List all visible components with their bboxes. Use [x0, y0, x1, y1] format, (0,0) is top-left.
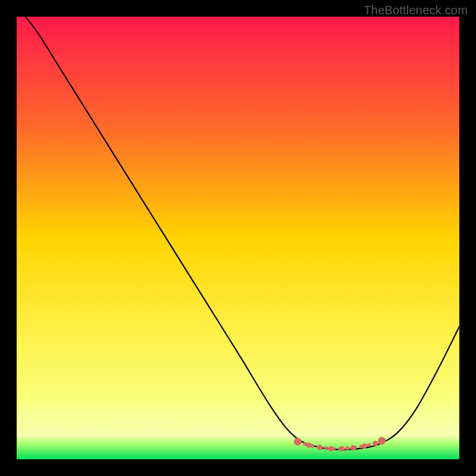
marker-dot: [317, 444, 322, 450]
marker-dot: [350, 445, 356, 450]
chart-background: [17, 17, 459, 459]
marker-dot: [294, 438, 302, 446]
watermark-text: TheBottleneck.com: [364, 4, 468, 17]
marker-dot: [378, 437, 386, 444]
marker-dot: [372, 441, 378, 446]
marker-dot: [339, 446, 345, 452]
marker-dot: [306, 443, 312, 448]
chart-svg: [17, 17, 459, 459]
chart-frame: TheBottleneck.com: [0, 0, 476, 476]
marker-dot: [328, 446, 334, 452]
marker-dot: [362, 443, 367, 449]
plot-area: [17, 17, 459, 459]
